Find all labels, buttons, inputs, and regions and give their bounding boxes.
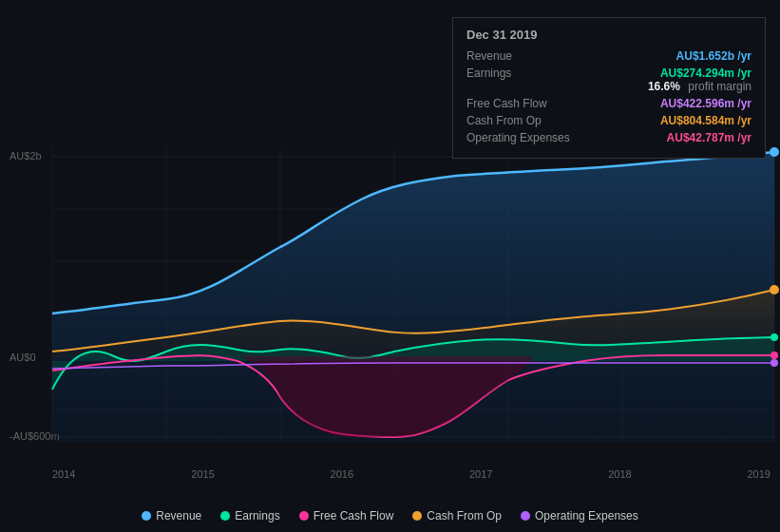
svg-point-17: [770, 352, 778, 359]
legend-label-fcf: Free Cash Flow: [314, 509, 394, 522]
tooltip-row-cashop: Cash From Op AU$804.584m /yr: [466, 114, 751, 127]
tooltip-row-revenue: Revenue AU$1.652b /yr: [466, 49, 751, 63]
tooltip-margin: 16.6%: [648, 80, 680, 93]
tooltip-value-revenue: AU$1.652b /yr: [676, 49, 751, 63]
legend-dot-revenue: [142, 511, 151, 521]
svg-point-16: [770, 333, 778, 341]
tooltip-value-cashop: AU$804.584m /yr: [660, 114, 751, 127]
legend-dot-earnings: [220, 511, 230, 521]
legend-item-revenue[interactable]: Revenue: [142, 509, 201, 522]
x-label-2015: 2015: [191, 468, 214, 480]
tooltip-panel: Dec 31 2019 Revenue AU$1.652b /yr Earnin…: [452, 17, 766, 159]
tooltip-row-opex: Operating Expenses AU$42.787m /yr: [466, 131, 751, 144]
tooltip-title: Dec 31 2019: [466, 28, 751, 42]
legend-label-earnings: Earnings: [235, 509, 279, 522]
legend-item-cashop[interactable]: Cash From Op: [412, 509, 502, 522]
legend-item-opex[interactable]: Operating Expenses: [521, 509, 638, 522]
x-label-2018: 2018: [608, 468, 631, 480]
svg-point-18: [770, 359, 778, 367]
tooltip-row-fcf: Free Cash Flow AU$422.596m /yr: [466, 97, 751, 110]
legend-label-revenue: Revenue: [156, 509, 201, 522]
legend-item-earnings[interactable]: Earnings: [220, 509, 279, 522]
legend-label-opex: Operating Expenses: [535, 509, 638, 522]
chart-legend: Revenue Earnings Free Cash Flow Cash Fro…: [0, 509, 780, 522]
x-label-2019: 2019: [747, 468, 770, 480]
tooltip-row-earnings: Earnings AU$274.294m /yr 16.6% profit ma…: [466, 66, 751, 93]
legend-dot-fcf: [299, 511, 309, 521]
tooltip-label-fcf: Free Cash Flow: [466, 97, 547, 110]
x-label-2017: 2017: [469, 468, 492, 480]
tooltip-value-opex: AU$42.787m /yr: [667, 131, 751, 144]
x-label-2016: 2016: [331, 468, 353, 480]
svg-point-15: [770, 285, 779, 294]
legend-dot-opex: [521, 511, 530, 521]
tooltip-value-fcf: AU$422.596m /yr: [660, 97, 751, 110]
x-label-2014: 2014: [52, 468, 75, 480]
tooltip-margin-label: profit margin: [688, 80, 751, 93]
tooltip-label-cashop: Cash From Op: [466, 114, 542, 127]
tooltip-label-earnings: Earnings: [466, 66, 511, 80]
tooltip-label-opex: Operating Expenses: [466, 131, 570, 144]
legend-item-fcf[interactable]: Free Cash Flow: [299, 509, 394, 522]
legend-label-cashop: Cash From Op: [427, 509, 502, 522]
legend-dot-cashop: [412, 511, 422, 521]
tooltip-value-earnings: AU$274.294m /yr: [660, 66, 751, 80]
tooltip-label-revenue: Revenue: [466, 49, 512, 63]
x-axis-labels: 2014 2015 2016 2017 2018 2019: [52, 468, 770, 480]
svg-point-14: [770, 147, 779, 157]
